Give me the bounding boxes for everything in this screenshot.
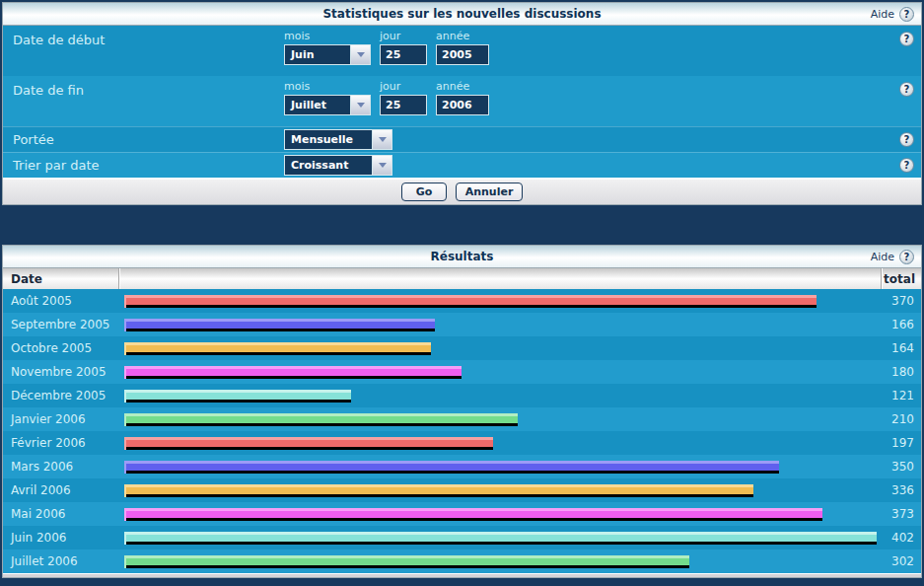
table-row: Mars 2006 350	[3, 455, 921, 478]
table-row: Décembre 2005 121	[3, 384, 921, 407]
row-total: 197	[877, 436, 921, 450]
form-row-date-fin: Date de fin mois Juillet jour année ?	[3, 76, 921, 126]
row-date: Novembre 2005	[3, 365, 119, 379]
row-total: 402	[877, 531, 921, 545]
row-date: Octobre 2005	[3, 341, 119, 355]
row-date: Juillet 2006	[3, 554, 119, 568]
row-date: Mars 2006	[3, 460, 119, 474]
row-date: Février 2006	[3, 436, 119, 450]
results-column-header: Date total	[3, 268, 921, 289]
results-rows: Août 2005 370 Septembre 2005 166 Octobre…	[3, 289, 921, 573]
portee-label: Portée	[3, 132, 284, 147]
date-fin-label: Date de fin	[3, 76, 284, 126]
row-total: 302	[877, 554, 921, 568]
result-bar	[124, 342, 431, 355]
date-fin-controls: mois Juillet jour année	[284, 76, 498, 126]
result-bar	[124, 319, 435, 331]
help-icon[interactable]: ?	[899, 132, 914, 147]
date-fin-mois-select[interactable]: Juillet	[284, 95, 371, 115]
date-debut-annee-input[interactable]	[436, 44, 489, 65]
table-row: Août 2005 370	[3, 289, 921, 313]
row-date: Mai 2006	[3, 507, 119, 521]
column-header-total: total	[882, 272, 921, 286]
mois-group: mois Juin	[284, 30, 371, 76]
chevron-down-icon[interactable]	[372, 156, 391, 175]
result-bar	[124, 532, 877, 545]
row-date: Août 2005	[3, 294, 119, 308]
stats-form-panel: Statistiques sur les nouvelles discussio…	[2, 2, 922, 205]
help-icon[interactable]: ?	[899, 32, 914, 46]
tri-select[interactable]: Croissant	[284, 155, 392, 176]
date-debut-mois-value: Juin	[285, 45, 350, 64]
help-icon[interactable]: ?	[899, 158, 914, 173]
form-aide-label[interactable]: Aide	[871, 8, 894, 21]
form-row-portee: Portée Mensuelle ?	[3, 126, 921, 152]
form-row-tri: Trier par date Croissant ?	[3, 152, 921, 178]
row-total: 373	[877, 507, 921, 521]
table-row: Avril 2006 336	[3, 478, 921, 502]
result-bar	[124, 295, 817, 308]
help-icon[interactable]: ?	[899, 82, 914, 97]
chevron-down-icon[interactable]	[350, 45, 370, 64]
results-titlebar: Résultats Aide ?	[3, 246, 921, 268]
result-bar	[124, 366, 462, 379]
result-bar	[124, 413, 518, 426]
annee-group: année	[436, 80, 489, 126]
table-row: Septembre 2005 166	[3, 313, 921, 336]
form-title: Statistiques sur les nouvelles discussio…	[322, 7, 601, 21]
results-aide-label[interactable]: Aide	[871, 251, 894, 263]
date-fin-annee-input[interactable]	[436, 95, 489, 115]
table-row: Juillet 2006 302	[3, 549, 921, 573]
form-aide: Aide ?	[871, 3, 914, 25]
form-row-date-debut: Date de début mois Juin jour année ?	[3, 26, 921, 76]
date-debut-jour-input[interactable]	[380, 44, 427, 65]
row-date: Avril 2006	[3, 483, 119, 497]
result-bar	[124, 508, 822, 521]
row-total: 370	[877, 294, 921, 308]
chevron-down-icon[interactable]	[350, 96, 370, 114]
row-date: Décembre 2005	[3, 389, 119, 403]
result-bar	[124, 461, 779, 474]
row-date: Juin 2006	[3, 531, 119, 545]
row-total: 350	[877, 460, 921, 474]
help-icon[interactable]: ?	[899, 7, 914, 22]
jour-group: jour	[380, 30, 427, 76]
mois-group: mois Juillet	[284, 80, 371, 126]
table-row: Janvier 2006 210	[3, 407, 921, 431]
row-total: 164	[877, 341, 921, 355]
tri-value: Croissant	[285, 156, 372, 175]
row-total: 121	[877, 389, 921, 403]
help-icon[interactable]: ?	[899, 250, 914, 264]
results-aide: Aide ?	[871, 246, 914, 267]
result-bar	[124, 555, 689, 568]
go-button[interactable]: Go	[401, 183, 447, 201]
column-header-date: Date	[3, 268, 119, 289]
table-row: Octobre 2005 164	[3, 336, 921, 360]
tri-controls: Croissant	[284, 155, 392, 176]
annuler-button[interactable]: Annuler	[456, 183, 523, 201]
results-panel-bottom-edge	[3, 573, 921, 577]
portee-select[interactable]: Mensuelle	[284, 129, 392, 150]
mois-label: mois	[284, 30, 371, 42]
results-title: Résultats	[431, 250, 494, 263]
form-footer: Go Annuler	[3, 178, 921, 204]
panel-gap	[0, 205, 924, 245]
jour-label: jour	[380, 30, 427, 42]
row-date: Janvier 2006	[3, 412, 119, 426]
row-total: 210	[877, 412, 921, 426]
date-fin-jour-input[interactable]	[380, 95, 427, 115]
result-bar	[124, 390, 351, 403]
results-panel: Résultats Aide ? Date total Août 2005 37…	[2, 245, 922, 578]
row-total: 166	[877, 318, 921, 331]
table-row: Mai 2006 373	[3, 502, 921, 526]
chevron-down-icon[interactable]	[372, 130, 391, 149]
column-header-bar	[119, 268, 882, 289]
row-total: 180	[877, 365, 921, 379]
mois-label: mois	[284, 80, 371, 93]
date-fin-mois-value: Juillet	[285, 96, 350, 114]
jour-group: jour	[380, 80, 427, 126]
row-date: Septembre 2005	[3, 318, 119, 331]
date-debut-mois-select[interactable]: Juin	[284, 44, 371, 65]
table-row: Février 2006 197	[3, 431, 921, 455]
date-debut-label: Date de début	[3, 26, 284, 76]
